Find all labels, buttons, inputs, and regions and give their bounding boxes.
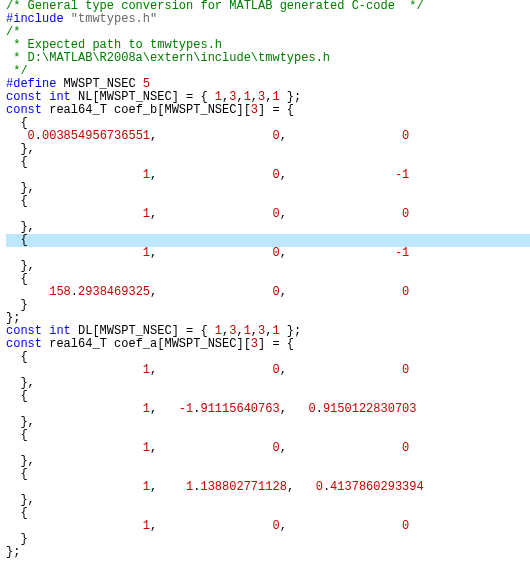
code-token-num: 0 — [272, 519, 279, 533]
code-line: 1, 0, 0 — [6, 364, 530, 377]
code-token-num: 0 — [272, 168, 279, 182]
code-token-num: 0 — [402, 519, 409, 533]
code-token-p: MWSPT_NSEC — [64, 77, 143, 91]
code-token-p: , — [280, 168, 395, 182]
code-line: 1, 0, 0 — [6, 208, 530, 221]
code-token-num: 158 — [49, 285, 71, 299]
code-line: } — [6, 299, 530, 312]
code-token-p: , — [150, 363, 272, 377]
code-token-num: 1 — [143, 207, 150, 221]
code-token-num: -1 — [395, 246, 409, 260]
code-token-num: 1 — [272, 90, 279, 104]
code-token-num: 0 — [402, 441, 409, 455]
code-token-p: }, — [6, 181, 35, 195]
code-token-p: , — [280, 207, 402, 221]
code-token-p: NL[MWSPT_NSEC] = { — [78, 90, 215, 104]
code-token-p: } — [6, 532, 28, 546]
code-token-num: 3 — [251, 337, 258, 351]
code-token-num: 0 — [272, 441, 279, 455]
code-token-kw: const int — [6, 90, 78, 104]
code-token-p: }; — [280, 90, 302, 104]
code-token-p: DL[MWSPT_NSEC] = { — [78, 324, 215, 338]
code-token-p: . — [35, 129, 42, 143]
code-token-p: ] = { — [258, 103, 294, 117]
code-token-p: , — [150, 207, 272, 221]
code-token-num: -1 — [179, 402, 193, 416]
code-line: }; — [6, 546, 530, 559]
code-token-p: , — [251, 90, 258, 104]
code-token-p: }, — [6, 259, 35, 273]
code-line: }, — [6, 416, 530, 429]
code-token-p: } — [6, 298, 28, 312]
code-token-num: 4137860293394 — [330, 480, 424, 494]
code-token-num: 91115640763 — [200, 402, 279, 416]
code-token-p: , — [287, 480, 316, 494]
code-editor: /* General type conversion for MATLAB ge… — [0, 0, 530, 559]
code-token-p — [6, 168, 143, 182]
code-token-p: }, — [6, 142, 35, 156]
code-line: * D:\MATLAB\R2008a\extern\include\tmwtyp… — [6, 52, 530, 65]
code-line: }, — [6, 377, 530, 390]
code-line: const real64_T coef_b[MWSPT_NSEC][3] = { — [6, 104, 530, 117]
code-token-pp: #include — [6, 12, 71, 26]
code-token-num: 0 — [272, 246, 279, 260]
code-line: 1, 0, 0 — [6, 520, 530, 533]
code-token-num: 0 — [308, 402, 315, 416]
code-token-p: { — [6, 272, 28, 286]
code-token-p: { — [6, 506, 28, 520]
code-token-p: { — [6, 428, 28, 442]
code-token-p: { — [6, 155, 28, 169]
code-token-num: -1 — [395, 168, 409, 182]
code-token-num: 1 — [143, 441, 150, 455]
code-token-num: 1 — [143, 246, 150, 260]
code-line: const real64_T coef_a[MWSPT_NSEC][3] = { — [6, 338, 530, 351]
code-token-num: 9150122830703 — [323, 402, 417, 416]
code-token-p: , — [150, 246, 272, 260]
code-token-p: }, — [6, 220, 35, 234]
code-token-num: 0 — [272, 129, 279, 143]
code-token-p: { — [6, 116, 28, 130]
code-token-p: ] = { — [258, 337, 294, 351]
code-token-p: , — [150, 285, 272, 299]
code-token-kw: const — [6, 337, 49, 351]
code-token-p — [6, 402, 143, 416]
code-token-p: , — [236, 324, 243, 338]
code-token-p: , — [280, 363, 402, 377]
code-line: }, — [6, 494, 530, 507]
code-token-num: 5 — [143, 77, 150, 91]
code-token-p: }, — [6, 415, 35, 429]
code-token-num: 1 — [272, 324, 279, 338]
code-token-p: }; — [280, 324, 302, 338]
code-line: #include "tmwtypes.h" — [6, 13, 530, 26]
code-token-num: 1 — [143, 402, 150, 416]
code-token-c: */ — [6, 64, 28, 78]
code-line: 1, 0, 0 — [6, 442, 530, 455]
code-token-kw: const int — [6, 324, 78, 338]
code-token-num: 0 — [272, 363, 279, 377]
code-token-p: , — [150, 129, 272, 143]
code-token-p: . — [316, 402, 323, 416]
code-token-num: 0 — [272, 285, 279, 299]
code-token-p: { — [6, 350, 28, 364]
code-token-p: , — [251, 324, 258, 338]
code-token-p: , — [150, 402, 179, 416]
code-token-num: 3 — [251, 103, 258, 117]
code-line: }, — [6, 455, 530, 468]
code-token-num: 1 — [143, 480, 150, 494]
code-token-p: , — [150, 519, 272, 533]
code-line: 1, 0, -1 — [6, 169, 530, 182]
code-token-p: }, — [6, 454, 35, 468]
code-token-num: 003854956736551 — [42, 129, 150, 143]
code-token-p: , — [280, 246, 395, 260]
code-token-num: 1 — [215, 324, 222, 338]
code-line: }, — [6, 260, 530, 273]
code-token-p — [6, 285, 49, 299]
code-token-p: . — [71, 285, 78, 299]
code-token-num: 0 — [402, 285, 409, 299]
code-token-p: }, — [6, 376, 35, 390]
code-token-num: 1 — [143, 363, 150, 377]
code-token-num: 1 — [244, 90, 251, 104]
code-token-p — [6, 246, 143, 260]
code-token-num: 1 — [244, 324, 251, 338]
code-token-p: , — [280, 285, 402, 299]
